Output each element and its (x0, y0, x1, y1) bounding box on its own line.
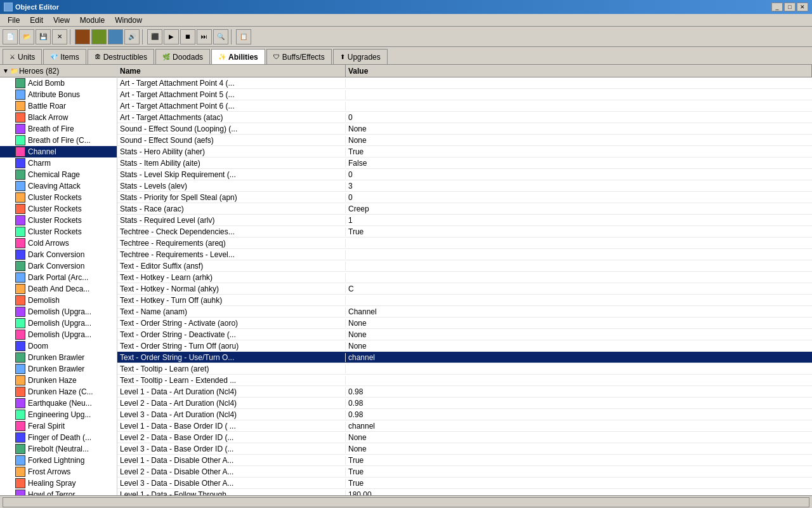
tree-item[interactable]: Cluster Rockets (0, 215, 117, 226)
tab-doodads[interactable]: 🌿 Doodads (155, 49, 210, 64)
tree-item[interactable]: Healing Spray (0, 478, 117, 489)
menu-view[interactable]: View (48, 15, 75, 26)
tree-item[interactable]: Finger of Death (... (0, 432, 117, 443)
toolbar-btn7[interactable] (108, 29, 123, 44)
tab-upgrades[interactable]: ⬆ Upgrades (333, 49, 388, 64)
toolbar-btn8[interactable]: 🔊 (124, 29, 140, 44)
menu-module[interactable]: Module (75, 15, 110, 26)
tree-item[interactable]: Battle Roar (0, 100, 117, 112)
tree-item[interactable]: Howl of Terror (0, 489, 117, 495)
toolbar-new[interactable]: 📄 (3, 29, 18, 44)
table-row[interactable]: Art - Target Attachments (atac)0 (117, 112, 812, 123)
toolbar-btn10[interactable]: ▶ (164, 29, 179, 44)
tree-item[interactable]: Engineering Upg... (0, 409, 117, 420)
tab-units[interactable]: ⚔ Units (3, 49, 42, 64)
table-row[interactable]: Stats - Item Ability (aite)False (117, 157, 812, 169)
table-row[interactable]: Text - Order String - Activate (aoro)Non… (117, 318, 812, 329)
minimize-button[interactable]: _ (771, 3, 783, 11)
data-table[interactable]: Art - Target Attachment Point 4 (...Art … (117, 77, 812, 495)
toolbar-btn14[interactable]: 📋 (236, 29, 251, 44)
table-row[interactable]: Text - Tooltip - Learn - Extended ... (117, 375, 812, 386)
table-row[interactable]: Text - Editor Suffix (ansf) (117, 260, 812, 272)
tree-item[interactable]: Cold Arrows (0, 237, 117, 249)
toolbar-btn12[interactable]: ⏭ (197, 29, 212, 44)
table-row[interactable]: Level 2 - Data - Base Order ID (...None (117, 432, 812, 443)
table-row[interactable]: Text - Order String - Deactivate (...Non… (117, 329, 812, 340)
toolbar-save[interactable]: 💾 (36, 29, 51, 44)
toolbar-open[interactable]: 📂 (19, 29, 34, 44)
tree-item[interactable]: Channel (0, 146, 117, 157)
tree-item[interactable]: Doom (0, 340, 117, 352)
tree-item[interactable]: Drunken Brawler (0, 363, 117, 375)
tree-item[interactable]: Firebolt (Neutral... (0, 443, 117, 455)
table-row[interactable]: Text - Hotkey - Normal (ahky)C (117, 283, 812, 295)
tree-item[interactable]: Drunken Brawler (0, 352, 117, 363)
table-row[interactable]: Text - Order String - Turn Off (aoru)Non… (117, 340, 812, 352)
tree-item[interactable]: Chemical Rage (0, 169, 117, 180)
toolbar-btn6[interactable] (91, 29, 107, 44)
table-row[interactable]: Level 2 - Data - Disable Other A...True (117, 466, 812, 478)
table-row[interactable]: Stats - Hero Ability (aher)True (117, 146, 812, 157)
table-row[interactable]: Sound - Effect Sound (Looping) (...None (117, 123, 812, 135)
tree-item[interactable]: Cleaving Attack (0, 180, 117, 192)
table-row[interactable]: Sound - Effect Sound (aefs)None (117, 135, 812, 146)
table-row[interactable]: Art - Target Attachment Point 5 (... (117, 89, 812, 100)
tree-item[interactable]: Demolish (0, 295, 117, 306)
tree-item[interactable]: Frost Arrows (0, 466, 117, 478)
table-row[interactable]: Techtree - Check Dependencies...True (117, 226, 812, 237)
tree-item[interactable]: Cluster Rockets (0, 192, 117, 203)
tree-item[interactable]: Breath of Fire (C... (0, 135, 117, 146)
table-row[interactable]: Text - Name (anam)Channel (117, 306, 812, 318)
table-row[interactable]: Level 3 - Data - Art Duration (Ncl4)0.98 (117, 409, 812, 420)
toolbar-btn5[interactable] (75, 29, 90, 44)
tree-item[interactable]: Demolish (Upgra... (0, 306, 117, 318)
tree-item[interactable]: Acid Bomb (0, 77, 117, 89)
tab-destructibles[interactable]: 🏚 Destructibles (88, 49, 154, 64)
table-row[interactable]: Level 1 - Data - Art Duration (Ncl4)0.98 (117, 386, 812, 398)
table-row[interactable]: Art - Target Attachment Point 6 (... (117, 100, 812, 112)
tree-item[interactable]: Dark Portal (Arc... (0, 272, 117, 283)
table-row[interactable]: Techtree - Requirements - Level... (117, 249, 812, 260)
tree-item[interactable]: Forked Lightning (0, 455, 117, 466)
table-row[interactable]: Stats - Levels (alev)3 (117, 180, 812, 192)
tree-item[interactable]: Breath of Fire (0, 123, 117, 135)
table-row[interactable]: Techtree - Requirements (areq) (117, 237, 812, 249)
tree-item[interactable]: Attribute Bonus (0, 89, 117, 100)
tree-item[interactable]: Drunken Haze (C... (0, 386, 117, 398)
tree-item[interactable]: Cluster Rockets (0, 203, 117, 215)
table-row[interactable]: Art - Target Attachment Point 4 (... (117, 77, 812, 89)
tree-item[interactable]: Cluster Rockets (0, 226, 117, 237)
table-row[interactable]: Stats - Priority for Spell Steal (apn)0 (117, 192, 812, 203)
tree-item[interactable]: Death And Deca... (0, 283, 117, 295)
table-row[interactable]: Level 3 - Data - Disable Other A...True (117, 478, 812, 489)
tab-buffs[interactable]: 🛡 Buffs/Effects (266, 49, 332, 64)
table-row[interactable]: Stats - Required Level (arlv)1 (117, 215, 812, 226)
tree-item[interactable]: Drunken Haze (0, 375, 117, 386)
menu-edit[interactable]: Edit (25, 15, 48, 26)
toolbar-btn13[interactable]: 🔍 (213, 29, 228, 44)
close-button[interactable]: ✕ (797, 3, 808, 11)
table-row[interactable]: Text - Hotkey - Learn (arhk) (117, 272, 812, 283)
menu-file[interactable]: File (3, 15, 25, 26)
table-row[interactable]: Stats - Race (arac)Creep (117, 203, 812, 215)
tree-item[interactable]: Demolish (Upgra... (0, 329, 117, 340)
tree-item[interactable]: Demolish (Upgra... (0, 318, 117, 329)
tab-items[interactable]: 💎 Items (43, 49, 86, 64)
menu-window[interactable]: Window (110, 15, 147, 26)
tree-item[interactable]: Dark Conversion (0, 249, 117, 260)
tree-content[interactable]: Acid BombAttribute BonusBattle RoarBlack… (0, 77, 117, 495)
table-row[interactable]: Stats - Level Skip Requirement (...0 (117, 169, 812, 180)
table-row[interactable]: Text - Tooltip - Learn (aret) (117, 363, 812, 375)
tree-item[interactable]: Dark Conversion (0, 260, 117, 272)
table-row[interactable]: Level 1 - Data - Base Order ID ( ...chan… (117, 420, 812, 432)
table-row[interactable]: Level 1 - Data - Follow Through ...180.0… (117, 489, 812, 495)
toolbar-close[interactable]: ✕ (52, 29, 67, 44)
table-row[interactable]: Level 3 - Data - Base Order ID (...None (117, 443, 812, 455)
tab-abilities[interactable]: ✨ Abilities (211, 49, 265, 64)
toolbar-btn9[interactable]: ⬛ (147, 29, 162, 44)
tree-item[interactable]: Earthquake (Neu... (0, 398, 117, 409)
tree-expand-icon[interactable]: ▼ (3, 67, 9, 74)
table-row[interactable]: Text - Hotkey - Turn Off (auhk) (117, 295, 812, 306)
tree-item[interactable]: Feral Spirit (0, 420, 117, 432)
tree-item[interactable]: Charm (0, 157, 117, 169)
